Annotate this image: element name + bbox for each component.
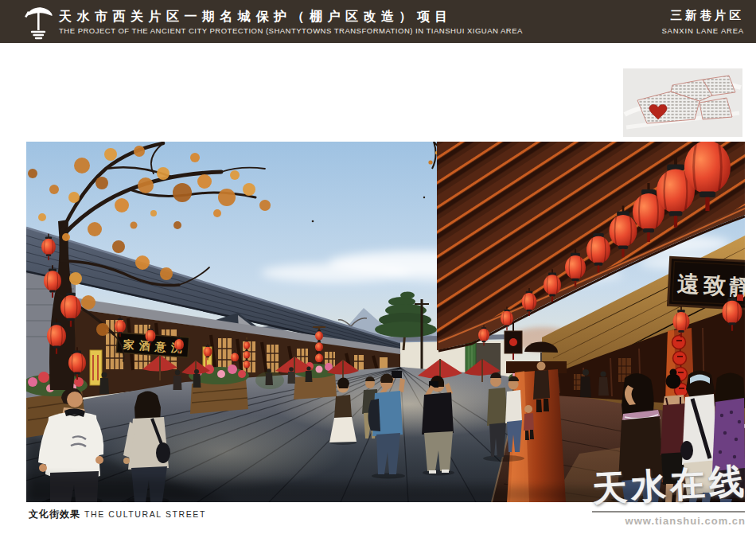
caption-zh: 文化街效果 — [29, 509, 80, 520]
caption-en: THE CULTURAL STREET — [84, 509, 206, 519]
footer-rule — [592, 511, 745, 513]
project-title-en: THE PROJECT OF THE ANCIENT CITY PROTECTI… — [59, 26, 523, 35]
presentation-header: 天水市西关片区一期名城保护（棚户区改造）项目 THE PROJECT OF TH… — [0, 0, 756, 43]
area-title-block: 三新巷片区 SANXIN LANE AREA — [661, 8, 744, 35]
right-plaque-text: 遠致靜 — [676, 271, 745, 300]
area-title-en: SANXIN LANE AREA — [661, 26, 744, 35]
project-title-block: 天水市西关片区一期名城保护（棚户区改造）项目 THE PROJECT OF TH… — [59, 9, 523, 35]
pavilion-logo-icon — [22, 3, 54, 40]
cultural-street-rendering: 家酒意沈 — [26, 142, 745, 502]
site-key-map — [623, 68, 742, 137]
area-title-zh: 三新巷片区 — [661, 8, 744, 23]
caption: 文化街效果THE CULTURAL STREET — [29, 506, 206, 521]
website-url: www.tianshui.com.cn — [625, 515, 746, 527]
project-title-zh: 天水市西关片区一期名城保护（棚户区改造）项目 — [59, 9, 523, 24]
